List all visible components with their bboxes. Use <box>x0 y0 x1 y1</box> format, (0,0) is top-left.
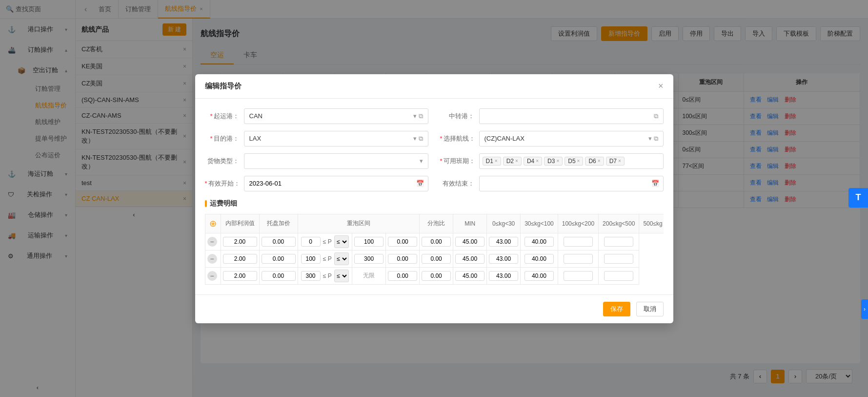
r500-input-0[interactable] <box>604 237 633 247</box>
r100-200-input-1[interactable] <box>525 254 554 264</box>
schedule-select[interactable]: D1 × D2 × D4 × D3 × D5 × D6 × D7 × <box>479 153 664 169</box>
right-float-icon: T <box>856 192 861 203</box>
foam-ratio-input-2[interactable] <box>388 271 417 281</box>
min-input-2[interactable] <box>422 271 451 281</box>
th-foam-ratio: 分泡比 <box>420 214 453 233</box>
dest-port-select[interactable]: LAX ▾ ⧉ <box>244 131 428 146</box>
r500-input-2[interactable] <box>604 271 633 281</box>
r200-500-input-2[interactable] <box>564 271 593 281</box>
start-date-picker[interactable]: 📅 <box>244 176 428 191</box>
th-30-100: 30≤kg<100 <box>521 214 558 233</box>
detail-section-title: 运费明细 <box>205 199 664 208</box>
tag-d4: D4 × <box>524 157 542 166</box>
pallet-input-1[interactable] <box>262 254 296 264</box>
calendar-icon: 📅 <box>412 180 428 187</box>
origin-port-row: 起运港： CAN ▾ ⧉ <box>205 108 428 124</box>
transit-port-select[interactable]: ⧉ <box>479 108 664 124</box>
op-text: ≤ P <box>322 272 333 279</box>
th-pallet: 托盘加价 <box>259 214 298 233</box>
th-0-30: 0≤kg<30 <box>487 214 521 233</box>
r0-30-input-0[interactable] <box>455 237 484 247</box>
r100-200-input-2[interactable] <box>525 271 554 281</box>
remove-row-btn-2[interactable]: − <box>207 271 217 281</box>
copy-icon[interactable]: ⧉ <box>419 112 423 120</box>
start-date-row: 有效开始： 📅 <box>205 176 428 191</box>
right-float-btn[interactable]: T <box>848 188 868 208</box>
remove-d2-btn[interactable]: × <box>515 158 518 164</box>
copy2-icon[interactable]: ⧉ <box>654 112 658 120</box>
detail-table-container: ⊕ 内部利润值 托盘加价 重泡区间 分泡比 MIN 0≤kg<30 30≤kg<… <box>205 214 664 285</box>
pallet-input-0[interactable] <box>262 237 296 247</box>
right-expand-btn[interactable]: › <box>861 299 868 319</box>
r200-500-input-1[interactable] <box>564 254 593 264</box>
pallet-input-2[interactable] <box>262 271 296 281</box>
th-weight-range: 重泡区间 <box>298 214 420 233</box>
remove-d3-btn[interactable]: × <box>556 158 559 164</box>
op-select-1[interactable]: ≤< <box>334 252 349 265</box>
remove-row-btn-0[interactable]: − <box>207 237 217 247</box>
detail-table-body: − ≤ P ≤< − ≤ P ≤< <box>205 233 664 284</box>
dest-port-label: 目的港： <box>205 134 239 143</box>
modal-overlay: 编辑指导价 × 起运港： CAN ▾ ⧉ 中转港： <box>0 0 868 397</box>
remove-d5-btn[interactable]: × <box>577 158 580 164</box>
r30-100-input-1[interactable] <box>489 254 518 264</box>
r0-30-input-1[interactable] <box>455 254 484 264</box>
start-date-label: 有效开始： <box>205 179 239 188</box>
profit-input-1[interactable] <box>223 254 257 264</box>
range-start-input-1[interactable] <box>301 254 321 264</box>
cancel-btn[interactable]: 取消 <box>636 302 664 316</box>
cargo-type-label: 货物类型： <box>205 157 239 166</box>
range-start-input-0[interactable] <box>301 237 321 247</box>
range-end-input-1[interactable] <box>354 254 384 264</box>
r0-30-input-2[interactable] <box>455 271 484 281</box>
foam-ratio-input-0[interactable] <box>388 237 417 247</box>
op-select-2[interactable]: ≤< <box>334 270 349 282</box>
origin-port-label: 起运港： <box>205 112 239 121</box>
origin-port-select[interactable]: CAN ▾ ⧉ <box>244 108 428 124</box>
r200-500-input-0[interactable] <box>564 237 593 247</box>
edit-guide-modal: 编辑指导价 × 起运港： CAN ▾ ⧉ 中转港： <box>195 74 673 323</box>
route-select[interactable]: (CZ)CAN-LAX ▾ ⧉ <box>479 131 664 146</box>
chevron-down4-icon: ▾ <box>420 157 423 165</box>
tag-d5: D5 × <box>565 157 583 166</box>
remove-d1-btn[interactable]: × <box>495 158 498 164</box>
copy4-icon[interactable]: ⧉ <box>654 135 658 143</box>
end-date-picker[interactable]: 📅 <box>479 176 664 191</box>
range-end-input-0[interactable] <box>354 237 384 247</box>
route-row: 选择航线： (CZ)CAN-LAX ▾ ⧉ <box>440 131 664 146</box>
profit-input-2[interactable] <box>223 271 257 281</box>
right-float-area: T <box>848 188 868 209</box>
op-text: ≤ P <box>322 238 333 245</box>
dest-port-value: LAX <box>249 135 262 142</box>
r100-200-input-0[interactable] <box>525 237 554 247</box>
copy3-icon[interactable]: ⧉ <box>419 135 423 143</box>
r500-input-1[interactable] <box>604 254 633 264</box>
r30-100-input-2[interactable] <box>489 271 518 281</box>
calendar2-icon: 📅 <box>647 180 663 187</box>
modal-footer: 保存 取消 <box>195 294 673 323</box>
detail-row-1: − ≤ P ≤< <box>205 250 664 267</box>
remove-d6-btn[interactable]: × <box>598 158 601 164</box>
min-input-1[interactable] <box>422 254 451 264</box>
min-input-0[interactable] <box>422 237 451 247</box>
th-200-500: 200≤kg<500 <box>599 214 639 233</box>
modal-close-btn[interactable]: × <box>658 81 664 91</box>
r30-100-input-0[interactable] <box>489 237 518 247</box>
end-date-input[interactable] <box>480 178 647 189</box>
end-date-row: 有效结束： 📅 <box>440 176 664 191</box>
th-min: MIN <box>453 214 487 233</box>
save-btn[interactable]: 保存 <box>603 302 630 316</box>
remove-d4-btn[interactable]: × <box>536 158 539 164</box>
add-detail-row-btn[interactable]: ⊕ <box>209 218 217 229</box>
remove-row-btn-1[interactable]: − <box>207 254 217 264</box>
foam-ratio-input-1[interactable] <box>388 254 417 264</box>
schedule-label: 可用班期： <box>440 157 474 166</box>
remove-d7-btn[interactable]: × <box>618 158 621 164</box>
start-date-input[interactable] <box>244 178 412 189</box>
profit-input-0[interactable] <box>223 237 257 247</box>
transit-port-row: 中转港： ⧉ <box>440 108 664 124</box>
cargo-type-select[interactable]: ▾ <box>244 153 428 169</box>
tag-d6: D6 × <box>585 157 604 166</box>
op-select-0[interactable]: ≤< <box>334 235 349 248</box>
range-start-input-2[interactable] <box>301 271 321 281</box>
